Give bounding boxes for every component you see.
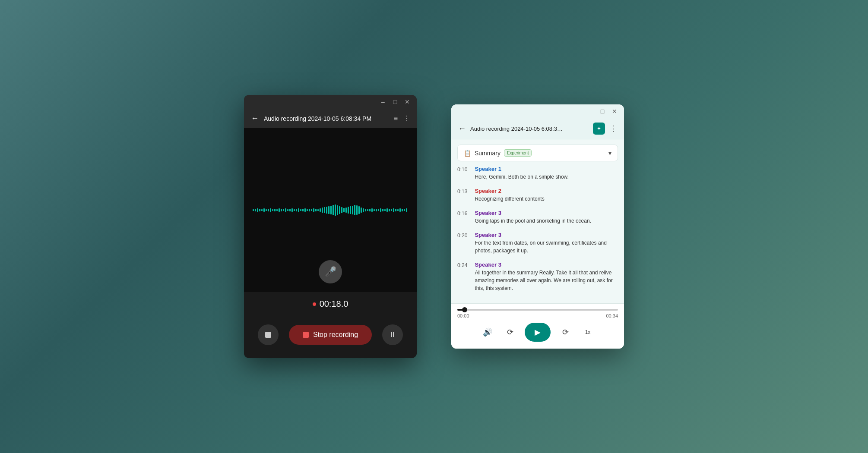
svg-rect-58 — [378, 209, 379, 211]
svg-rect-43 — [345, 208, 347, 213]
transcript-entry-1: 0:13 Speaker 2 Recognizing different con… — [457, 188, 618, 203]
back-button-left[interactable]: ← — [251, 114, 259, 123]
square-stop-icon — [264, 331, 272, 339]
titlebar-right: – □ ✕ — [451, 104, 624, 118]
summary-label: Summary — [475, 150, 501, 157]
summary-bar[interactable]: 📋 Summary Experiment ▾ — [457, 145, 618, 161]
pause-icon: ⏸ — [389, 331, 396, 339]
svg-rect-6 — [266, 209, 267, 211]
svg-rect-10 — [274, 209, 276, 211]
maximize-btn-left[interactable]: □ — [391, 98, 399, 105]
svg-rect-31 — [320, 208, 321, 212]
svg-rect-9 — [272, 209, 273, 211]
svg-rect-59 — [380, 208, 381, 212]
rewind-button[interactable]: ⟳ — [502, 324, 518, 340]
waveform-container: // We'll generate dots inline via SVG re… — [244, 201, 417, 219]
header-right: ← Audio recording 2024-10-05 6:08:3… ✦ ⋮ — [451, 118, 624, 139]
svg-rect-3 — [259, 209, 260, 211]
transcript-entry-2: 0:16 Speaker 3 Going laps in the pool an… — [457, 210, 618, 225]
waveform-svg: // We'll generate dots inline via SVG re… — [253, 201, 408, 219]
svg-rect-18 — [291, 208, 293, 212]
svg-rect-71 — [406, 208, 407, 212]
svg-rect-8 — [270, 208, 271, 212]
svg-rect-70 — [404, 209, 405, 211]
entry-time-0: 0:10 — [457, 167, 473, 173]
mic-button[interactable]: 🎤 — [319, 260, 342, 283]
back-button-right[interactable]: ← — [458, 124, 466, 133]
svg-rect-45 — [350, 206, 351, 214]
svg-rect-38 — [335, 204, 336, 216]
svg-rect-55 — [371, 208, 373, 212]
recording-title-left: Audio recording 2024-10-05 6:08:34 PM — [264, 115, 389, 122]
svg-rect-5 — [263, 208, 265, 212]
speed-label: 1x — [585, 329, 591, 335]
entry-time-3: 0:20 — [457, 233, 473, 239]
speed-button[interactable]: 1x — [580, 324, 596, 340]
close-btn-right[interactable]: ✕ — [610, 108, 619, 115]
minimize-btn-left[interactable]: – — [379, 98, 387, 105]
entry-content-2: Speaker 3 Going laps in the pool and sno… — [475, 210, 616, 225]
play-button[interactable]: ▶ — [525, 323, 551, 342]
svg-rect-51 — [363, 208, 364, 212]
titlebar-left: – □ ✕ — [244, 95, 417, 109]
forward-button[interactable]: ⟳ — [558, 324, 573, 340]
progress-track[interactable] — [457, 309, 618, 311]
more-icon-right[interactable]: ⋮ — [609, 124, 617, 133]
entry-time-4: 0:24 — [457, 262, 473, 268]
svg-rect-32 — [322, 208, 323, 213]
transcript-entry-3: 0:20 Speaker 3 For the text from dates, … — [457, 232, 618, 255]
svg-rect-47 — [354, 205, 355, 215]
chevron-down-icon[interactable]: ▾ — [608, 150, 611, 157]
entry-text-0: Here, Gemini. Both be on a simple show. — [475, 173, 616, 181]
time-labels: 00:00 00:34 — [457, 313, 618, 318]
svg-rect-46 — [352, 206, 353, 214]
recording-title-right: Audio recording 2024-10-05 6:08:3… — [470, 126, 589, 132]
close-btn-left[interactable]: ✕ — [403, 98, 412, 105]
entry-text-2: Going laps in the pool and snorkeling in… — [475, 217, 616, 225]
square-stop-button[interactable] — [258, 324, 279, 345]
svg-rect-67 — [397, 209, 399, 211]
svg-rect-60 — [382, 209, 383, 211]
svg-rect-39 — [337, 205, 338, 215]
svg-rect-53 — [367, 209, 368, 211]
playback-controls: 🔊 ⟳ ▶ ⟳ 1x — [457, 323, 618, 345]
svg-rect-2 — [257, 208, 258, 212]
speaker-label-3: Speaker 3 — [475, 232, 616, 238]
gemini-icon: ✦ — [597, 126, 601, 132]
svg-rect-65 — [393, 208, 394, 212]
stop-recording-button[interactable]: Stop recording — [289, 325, 372, 345]
recording-dot — [313, 302, 316, 306]
svg-rect-22 — [300, 209, 301, 211]
list-icon-left[interactable]: ≡ — [394, 115, 398, 123]
entry-text-1: Recognizing different contents — [475, 195, 616, 203]
svg-rect-28 — [313, 208, 314, 212]
svg-rect-7 — [268, 209, 269, 211]
rewind-icon: ⟳ — [507, 327, 513, 337]
entry-content-3: Speaker 3 For the text from dates, on ou… — [475, 232, 616, 255]
entry-content-1: Speaker 2 Recognizing different contents — [475, 188, 616, 203]
total-time: 00:34 — [606, 313, 618, 318]
svg-rect-25 — [307, 209, 308, 211]
experiment-badge: Experiment — [504, 149, 532, 157]
volume-button[interactable]: 🔊 — [480, 324, 495, 340]
volume-icon: 🔊 — [483, 327, 492, 337]
more-icon-left[interactable]: ⋮ — [403, 114, 410, 123]
svg-rect-0 — [253, 209, 254, 211]
maximize-btn-right[interactable]: □ — [598, 108, 607, 115]
gemini-badge[interactable]: ✦ — [593, 123, 605, 135]
summary-left: 📋 Summary Experiment — [464, 149, 532, 157]
playback-bar: 00:00 00:34 🔊 ⟳ ▶ ⟳ 1x — [451, 303, 624, 349]
svg-rect-68 — [399, 208, 401, 212]
svg-rect-21 — [298, 208, 299, 212]
svg-rect-64 — [391, 209, 392, 211]
minimize-btn-right[interactable]: – — [586, 108, 595, 115]
recording-controls: Stop recording ⏸ — [244, 316, 417, 358]
svg-rect-36 — [330, 206, 332, 214]
svg-rect-16 — [287, 209, 288, 211]
header-icons-left: ≡ ⋮ — [394, 114, 410, 123]
svg-rect-72 — [265, 332, 271, 338]
speaker-label-2: Speaker 3 — [475, 210, 616, 216]
pause-button[interactable]: ⏸ — [382, 324, 403, 345]
progress-thumb[interactable] — [462, 307, 467, 312]
svg-rect-66 — [395, 209, 396, 211]
